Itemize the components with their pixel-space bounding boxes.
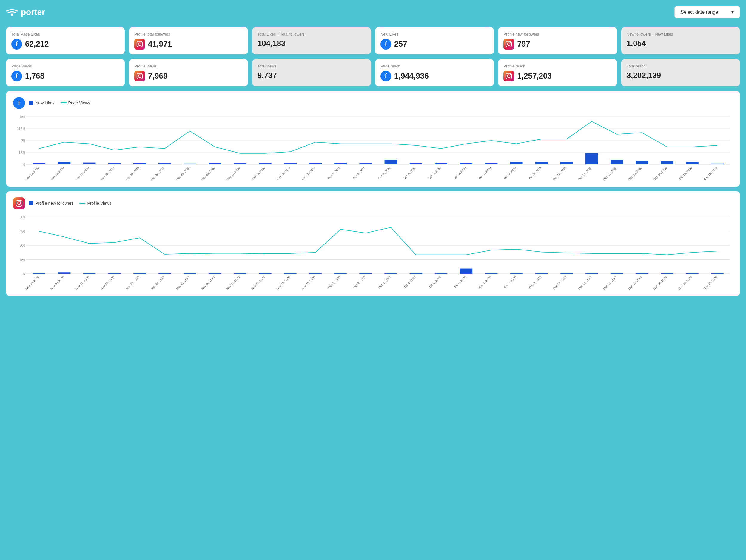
svg-text:Nov 30, 2020: Nov 30, 2020: [301, 275, 316, 290]
porter-logo-icon: [6, 8, 18, 17]
metric-value-row: f 1,944,936: [380, 71, 488, 82]
chart2-legend: Profile new followers Profile Views: [29, 201, 111, 206]
svg-text:Dec 4, 2020: Dec 4, 2020: [403, 275, 416, 289]
svg-rect-24: [58, 162, 70, 165]
metric-label: Total Likes + Total followers: [258, 32, 366, 37]
svg-text:Nov 27, 2020: Nov 27, 2020: [226, 166, 240, 181]
svg-text:Nov 22, 2020: Nov 22, 2020: [100, 275, 115, 290]
metric-value-row: 41,971: [134, 39, 242, 50]
metric-value: 797: [517, 39, 530, 49]
svg-text:Nov 20, 2020: Nov 20, 2020: [50, 166, 65, 181]
svg-text:Nov 28, 2020: Nov 28, 2020: [251, 166, 265, 181]
svg-rect-101: [259, 273, 271, 274]
svg-text:Dec 16, 2020: Dec 16, 2020: [703, 275, 718, 290]
svg-point-5: [508, 43, 510, 45]
metric-value-row: f 257: [380, 39, 488, 50]
svg-rect-47: [636, 161, 648, 165]
svg-text:600: 600: [20, 215, 25, 219]
svg-rect-1: [137, 41, 142, 47]
svg-text:112.5: 112.5: [17, 127, 25, 131]
metric-card-profile-views: Profile Views 7,969: [129, 59, 248, 86]
chart2-area: 6004503001500Nov 19, 2020Nov 20, 2020Nov…: [13, 214, 733, 293]
svg-text:Dec 6, 2020: Dec 6, 2020: [453, 166, 467, 180]
metric-label: Total views: [258, 64, 366, 69]
svg-rect-25: [83, 162, 95, 164]
svg-text:Nov 28, 2020: Nov 28, 2020: [251, 275, 265, 290]
svg-rect-28: [159, 163, 171, 165]
svg-text:0: 0: [23, 163, 25, 166]
metric-value: 41,971: [148, 39, 172, 49]
metric-value-row: 3,202,139: [627, 71, 735, 80]
metric-label: Total Page Likes: [11, 32, 119, 37]
svg-text:450: 450: [20, 229, 25, 233]
svg-text:Dec 2, 2020: Dec 2, 2020: [352, 166, 366, 180]
facebook-card-icon: f: [11, 71, 22, 82]
svg-rect-35: [334, 163, 347, 164]
legend2-line-icon: [79, 203, 85, 203]
svg-text:Nov 29, 2020: Nov 29, 2020: [276, 275, 291, 290]
metric-card-profile-new-followers: Profile new followers 797: [498, 27, 617, 54]
svg-text:150: 150: [20, 115, 25, 118]
metrics-row-2: Page Views f 1,768 Profile Views 7,969 T…: [6, 59, 740, 86]
svg-rect-94: [83, 273, 95, 274]
svg-rect-33: [284, 163, 296, 165]
svg-point-6: [510, 42, 511, 43]
svg-text:Nov 25, 2020: Nov 25, 2020: [175, 275, 191, 290]
svg-rect-92: [33, 273, 45, 274]
svg-rect-43: [535, 162, 548, 165]
instagram-chart: Profile new followers Profile Views 6004…: [6, 191, 740, 296]
chevron-down-icon: ▾: [731, 9, 734, 15]
svg-rect-79: [16, 200, 22, 206]
instagram-card-icon: [504, 39, 514, 50]
svg-point-2: [139, 43, 141, 45]
metric-value: 7,969: [148, 71, 167, 81]
metric-value: 62,212: [25, 39, 49, 49]
svg-text:Nov 29, 2020: Nov 29, 2020: [276, 166, 291, 181]
svg-rect-44: [561, 162, 573, 165]
svg-rect-96: [134, 273, 146, 274]
metric-card-total-likes-total-followers: Total Likes + Total followers 104,183: [252, 27, 371, 54]
metric-card-new-followers-new-likes: New followers + New Likes 1,054: [621, 27, 740, 54]
legend-line-icon: [61, 103, 66, 103]
metric-value-row: 104,183: [258, 39, 366, 48]
facebook-card-icon: f: [11, 39, 22, 50]
svg-rect-49: [686, 162, 698, 165]
legend-bar-item: New Likes: [29, 101, 55, 105]
svg-rect-45: [585, 153, 598, 164]
date-range-dropdown[interactable]: Select date range ▾: [675, 6, 740, 18]
metric-card-total-views: Total views 9,737: [252, 59, 371, 86]
svg-rect-29: [183, 164, 196, 165]
svg-text:Dec 13, 2020: Dec 13, 2020: [628, 166, 642, 181]
facebook-card-icon: f: [380, 39, 391, 50]
svg-text:Dec 9, 2020: Dec 9, 2020: [528, 166, 542, 180]
legend-line-label: Page Views: [68, 101, 90, 105]
svg-text:Nov 19, 2020: Nov 19, 2020: [25, 275, 40, 290]
svg-point-3: [141, 42, 142, 43]
facebook-card-icon: f: [380, 71, 391, 82]
legend-bar-icon: [29, 101, 33, 105]
svg-text:Nov 19, 2020: Nov 19, 2020: [25, 166, 40, 181]
svg-text:Nov 24, 2020: Nov 24, 2020: [150, 275, 165, 290]
svg-rect-107: [410, 273, 422, 274]
svg-text:Dec 3, 2020: Dec 3, 2020: [377, 275, 391, 289]
svg-rect-112: [535, 273, 548, 274]
svg-rect-109: [460, 268, 472, 274]
metric-card-total-reach: Total reach 3,202,139: [621, 59, 740, 86]
svg-text:Nov 27, 2020: Nov 27, 2020: [226, 275, 240, 290]
metric-value: 104,183: [258, 39, 286, 48]
metric-label: Page reach: [380, 64, 488, 69]
svg-rect-40: [460, 163, 472, 164]
metric-label: Profile reach: [504, 64, 611, 69]
svg-text:Dec 5, 2020: Dec 5, 2020: [428, 275, 441, 289]
legend2-bar-item: Profile new followers: [29, 201, 74, 206]
app-logo: porter: [6, 7, 45, 17]
svg-text:Dec 15, 2020: Dec 15, 2020: [678, 275, 693, 290]
svg-rect-105: [359, 273, 372, 274]
svg-text:150: 150: [20, 258, 25, 261]
legend2-bar-icon: [29, 201, 33, 205]
svg-point-0: [11, 13, 13, 16]
svg-text:Dec 3, 2020: Dec 3, 2020: [377, 166, 391, 180]
svg-rect-97: [159, 273, 171, 274]
svg-rect-118: [686, 273, 698, 274]
instagram-card-icon: [134, 39, 145, 50]
